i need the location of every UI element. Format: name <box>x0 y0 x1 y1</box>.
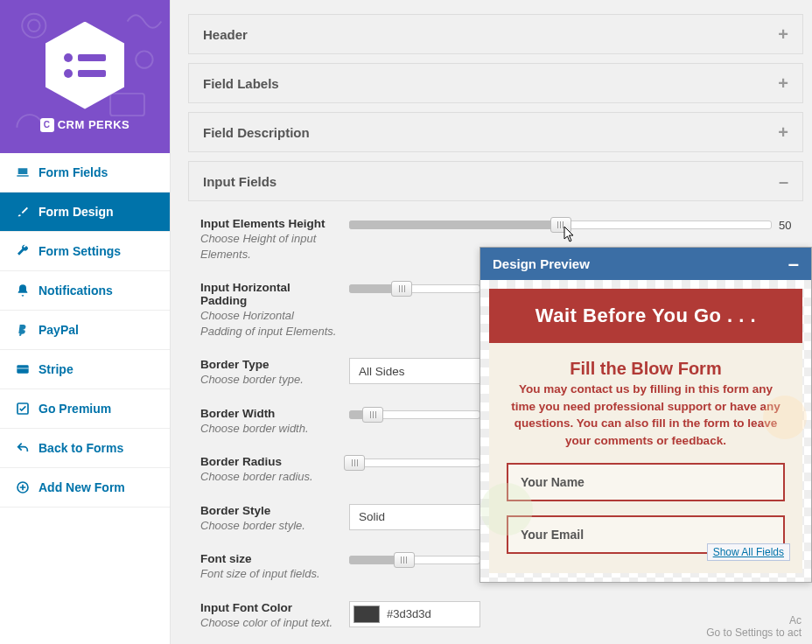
sidebar-item-label: Add New Form <box>38 480 125 494</box>
back-icon <box>16 441 30 455</box>
collapse-icon: – <box>779 172 788 190</box>
label-border-type: Border Type <box>200 358 339 371</box>
expand-icon: + <box>778 74 788 92</box>
sidebar-item-label: PayPal <box>38 323 79 337</box>
brand-logo: CCRM PERKS <box>0 0 170 153</box>
deco-circle <box>480 483 533 536</box>
desc-border-type: Choose border type. <box>200 372 339 388</box>
preview-title: Design Preview <box>493 256 590 271</box>
sidebar-item-label: Form Settings <box>38 244 121 258</box>
label-hpad: Input Horizontal Padding <box>200 281 339 307</box>
sidebar-item-label: Go Premium <box>38 402 111 416</box>
sidebar-item-form-settings[interactable]: Form Settings <box>0 232 170 271</box>
label-font-size: Font size <box>200 552 339 565</box>
preview-name-input[interactable]: Your Name <box>507 463 785 501</box>
main-content: Header + Field Labels + Field Descriptio… <box>171 0 812 644</box>
preview-banner: Wait Before You Go . . . <box>489 289 802 343</box>
slider-border-width[interactable] <box>349 407 480 423</box>
sidebar-nav: Form Fields Form Design Form Settings No… <box>0 153 170 508</box>
sidebar: CCRM PERKS Form Fields Form Design Form … <box>0 0 171 644</box>
slider-input-height[interactable] <box>349 217 772 233</box>
expand-icon: + <box>778 123 788 141</box>
design-preview-header[interactable]: Design Preview – <box>480 248 811 280</box>
desc-font-size: Font size of input fields. <box>200 566 339 582</box>
label-border-style: Border Style <box>200 504 339 517</box>
accordion-title: Field Labels <box>203 76 279 91</box>
sidebar-item-label: Notifications <box>38 284 113 298</box>
preview-form-title: Fill the Blow Form <box>507 359 785 379</box>
deco-circle <box>763 396 807 439</box>
select-border-type[interactable]: All Sides <box>349 358 480 384</box>
sidebar-item-notifications[interactable]: Notifications <box>0 271 170 311</box>
sidebar-item-label: Stripe <box>38 362 74 376</box>
slider-value: 50 <box>779 219 803 232</box>
sidebar-item-label: Back to Forms <box>38 441 123 455</box>
svg-point-1 <box>28 20 40 32</box>
svg-point-0 <box>22 14 46 38</box>
sidebar-item-stripe[interactable]: Stripe <box>0 350 170 389</box>
slider-hpad[interactable] <box>349 281 480 297</box>
slider-border-radius[interactable] <box>349 455 480 471</box>
accordion-header-header[interactable]: Header + <box>188 14 803 54</box>
sidebar-item-paypal[interactable]: PayPal <box>0 311 170 350</box>
minimize-icon[interactable]: – <box>788 259 799 269</box>
desc-hpad: Choose Horizontal Padding of input Eleme… <box>200 308 339 339</box>
sidebar-item-back-to-forms[interactable]: Back to Forms <box>0 429 170 468</box>
color-value: #3d3d3d <box>387 607 431 620</box>
svg-point-3 <box>136 51 152 67</box>
slider-font-size[interactable] <box>349 552 480 568</box>
plus-circle-icon <box>16 480 30 494</box>
select-border-style[interactable]: Solid <box>349 504 480 530</box>
sidebar-item-form-design[interactable]: Form Design <box>0 192 170 232</box>
color-swatch <box>354 606 380 623</box>
label-font-color: Input Font Color <box>200 601 339 614</box>
brand-name: CCRM PERKS <box>40 118 130 132</box>
sidebar-item-form-fields[interactable]: Form Fields <box>0 153 170 192</box>
show-all-fields-link[interactable]: Show All Fields <box>707 543 790 561</box>
brush-icon <box>16 205 30 219</box>
expand-icon: + <box>778 25 788 43</box>
svg-rect-5 <box>17 368 28 369</box>
paypal-icon <box>16 323 30 337</box>
desc-input-height: Choose Height of input Elements. <box>200 231 339 262</box>
desc-border-width: Choose border width. <box>200 421 339 437</box>
label-input-height: Input Elements Height <box>200 217 339 230</box>
color-picker-font-color[interactable]: #3d3d3d <box>349 601 480 627</box>
desc-border-style: Choose border style. <box>200 518 339 534</box>
preview-form-block: Fill the Blow Form You may contact us by… <box>489 343 802 573</box>
sidebar-item-label: Form Design <box>38 205 114 219</box>
svg-rect-2 <box>110 94 144 116</box>
card-icon <box>16 362 30 376</box>
bell-icon <box>16 284 30 298</box>
sidebar-item-go-premium[interactable]: Go Premium <box>0 389 170 429</box>
design-preview-panel: Design Preview – Wait Before You Go . . … <box>480 247 812 583</box>
desc-font-color: Choose color of input text. <box>200 615 339 631</box>
check-square-icon <box>16 402 30 416</box>
accordion-title: Field Description <box>203 125 310 140</box>
accordion-title: Input Fields <box>203 174 276 189</box>
accordion-header-input-fields[interactable]: Input Fields – <box>188 161 803 201</box>
sidebar-item-add-new-form[interactable]: Add New Form <box>0 468 170 508</box>
laptop-icon <box>16 165 30 179</box>
accordion-title: Header <box>203 27 248 42</box>
sidebar-item-label: Form Fields <box>38 165 108 179</box>
accordion-header-field-labels[interactable]: Field Labels + <box>188 63 803 103</box>
wrench-icon <box>16 244 30 258</box>
label-border-radius: Border Radius <box>200 455 339 468</box>
label-border-width: Border Width <box>200 407 339 420</box>
accordion-header-field-description[interactable]: Field Description + <box>188 112 803 152</box>
preview-form-desc: You may contact us by filling in this fo… <box>507 381 785 449</box>
desc-border-radius: Choose border radius. <box>200 469 339 485</box>
